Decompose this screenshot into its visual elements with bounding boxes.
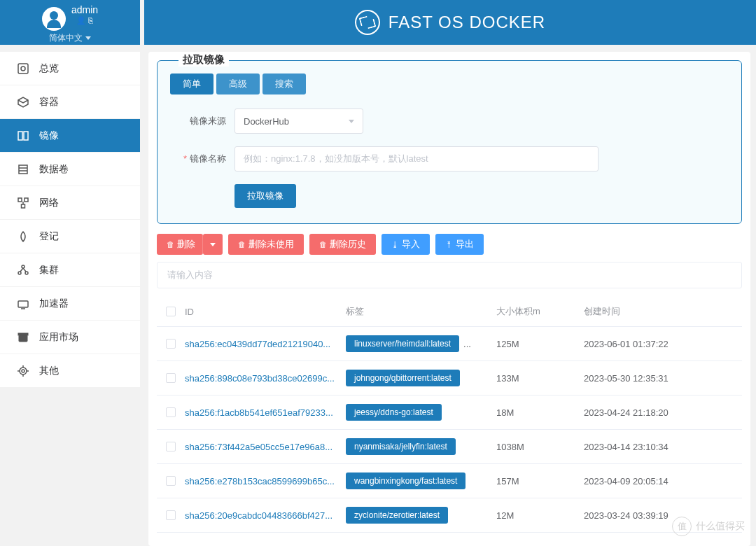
svg-point-12 — [18, 272, 21, 274]
avatar-icon — [42, 7, 66, 31]
sidebar-item-accelerator[interactable]: 加速器 — [0, 287, 140, 320]
tab-advanced[interactable]: 高级 — [216, 74, 260, 94]
overview-icon — [17, 62, 29, 75]
svg-point-20 — [20, 368, 27, 374]
table-row: sha256:73f442a5e05cc5e17e96a8...nyanmisa… — [157, 430, 742, 464]
row-checkbox[interactable] — [166, 510, 176, 520]
import-button[interactable]: ⭳导入 — [382, 234, 430, 255]
panel-tabs: 简单 高级 搜索 — [170, 74, 729, 94]
svg-rect-9 — [22, 204, 25, 208]
image-id-link[interactable]: sha256:f1acb8b541ef651eaf79233... — [185, 407, 346, 418]
row-checkbox[interactable] — [166, 442, 176, 451]
image-tag: johngong/qbittorrent:latest — [346, 370, 460, 386]
sidebar-item-overview[interactable]: 总览 — [0, 52, 140, 85]
delete-history-button[interactable]: 🗑删除历史 — [309, 234, 376, 255]
header-id: ID — [185, 307, 346, 317]
select-all-checkbox[interactable] — [166, 307, 176, 316]
delete-dropdown[interactable] — [203, 234, 223, 255]
row-checkbox[interactable] — [166, 339, 176, 349]
user-action-icons[interactable]: 👤 ⎘ — [71, 15, 98, 25]
market-icon — [17, 331, 29, 344]
sidebar-item-containers[interactable]: 容器 — [0, 85, 140, 118]
delete-button[interactable]: 🗑删除 — [157, 234, 203, 255]
trash-icon: 🗑 — [238, 240, 246, 248]
row-checkbox[interactable] — [166, 373, 176, 383]
image-size: 18M — [496, 407, 584, 418]
row-checkbox[interactable] — [166, 476, 176, 486]
images-table: ID 标签 大小体积m 创建时间 sha256:ec0439dd77ded212… — [157, 297, 742, 533]
table-header-row: ID 标签 大小体积m 创建时间 — [157, 297, 742, 327]
network-icon — [17, 197, 29, 209]
app-title: FAST OS DOCKER — [388, 13, 545, 32]
svg-rect-18 — [19, 335, 27, 342]
image-tag: jeessy/ddns-go:latest — [346, 404, 442, 421]
delete-unused-button[interactable]: 🗑删除未使用 — [228, 234, 304, 255]
svg-rect-0 — [18, 64, 28, 74]
svg-rect-19 — [18, 333, 28, 335]
sidebar-item-label: 加速器 — [39, 298, 69, 310]
sidebar-item-label: 登记 — [39, 230, 59, 243]
images-icon — [17, 130, 29, 142]
trash-icon: 🗑 — [319, 240, 327, 248]
accelerator-icon — [17, 298, 29, 310]
sidebar-item-images[interactable]: 镜像 — [0, 119, 140, 152]
cluster-icon — [17, 264, 29, 276]
image-size: 1038M — [496, 442, 584, 452]
sidebar-item-cluster[interactable]: 集群 — [0, 253, 140, 286]
language-switcher[interactable]: 简体中文 — [0, 32, 140, 44]
header-time: 创建时间 — [584, 305, 742, 318]
image-id-link[interactable]: sha256:20e9cabdc04483666bf427... — [185, 510, 346, 521]
logo-icon — [355, 10, 380, 35]
table-row: sha256:e278b153cac8599699b65c...wangbinx… — [157, 464, 742, 498]
sidebar: 总览 容器 镜像 数据卷 网络 登记 集群 加速器 应用市场 其他 — [0, 52, 140, 388]
pull-image-button[interactable]: 拉取镜像 — [234, 184, 296, 208]
search-input[interactable]: 请输入内容 — [157, 262, 742, 288]
app-header: FAST OS DOCKER — [144, 0, 756, 45]
image-tag: zyclonite/zerotier:latest — [346, 507, 448, 524]
image-size: 125M — [496, 339, 584, 349]
svg-rect-16 — [18, 301, 28, 307]
trash-icon: 🗑 — [167, 240, 174, 248]
row-checkbox[interactable] — [166, 407, 176, 417]
svg-rect-4 — [19, 165, 27, 174]
tab-simple[interactable]: 简单 — [170, 74, 214, 94]
tab-search[interactable]: 搜索 — [262, 74, 306, 94]
source-select[interactable]: DockerHub — [234, 108, 363, 134]
table-row: sha256:f1acb8b541ef651eaf79233...jeessy/… — [157, 396, 742, 430]
sidebar-item-registry[interactable]: 登记 — [0, 220, 140, 253]
sidebar-item-volumes[interactable]: 数据卷 — [0, 153, 140, 186]
image-id-link[interactable]: sha256:ec0439dd77ded21219040... — [185, 339, 346, 349]
table-row: sha256:ec0439dd77ded21219040...linuxserv… — [157, 327, 742, 361]
sidebar-item-label: 集群 — [39, 264, 59, 276]
image-id-link[interactable]: sha256:e278b153cac8599699b65c... — [185, 476, 346, 486]
image-id-link[interactable]: sha256:73f442a5e05cc5e17e96a8... — [185, 442, 346, 452]
pull-image-panel: 拉取镜像 简单 高级 搜索 镜像来源 DockerHub *镜像名称 例如：ng… — [157, 60, 742, 224]
image-size: 157M — [496, 476, 584, 486]
image-id-link[interactable]: sha256:898c08e793bd38ce02699c... — [185, 373, 346, 384]
svg-point-21 — [22, 370, 24, 372]
image-time: 2023-03-24 03:39:19 — [584, 510, 742, 521]
chevron-down-icon — [210, 243, 216, 246]
gear-icon — [17, 365, 29, 377]
upload-icon: ⭱ — [445, 240, 453, 248]
sidebar-item-market[interactable]: 应用市场 — [0, 321, 140, 354]
export-button[interactable]: ⭱导出 — [435, 234, 484, 255]
image-tag: nyanmisaka/jellyfin:latest — [346, 438, 456, 455]
sidebar-item-label: 镜像 — [39, 130, 59, 142]
sidebar-item-label: 其他 — [39, 365, 59, 377]
image-name-input[interactable]: 例如：nginx:1.7.8，如没加版本号，默认latest — [234, 146, 598, 172]
sidebar-item-networks[interactable]: 网络 — [0, 186, 140, 219]
more-tags[interactable]: ... — [463, 339, 471, 349]
image-tag: wangbinxingkong/fast:latest — [346, 472, 465, 489]
svg-rect-7 — [18, 198, 22, 202]
chevron-down-icon — [349, 120, 354, 123]
svg-point-13 — [25, 272, 28, 274]
sidebar-item-label: 数据卷 — [39, 163, 69, 176]
table-row: sha256:20e9cabdc04483666bf427...zyclonit… — [157, 498, 742, 533]
main-content: 拉取镜像 简单 高级 搜索 镜像来源 DockerHub *镜像名称 例如：ng… — [148, 52, 750, 546]
sidebar-item-other[interactable]: 其他 — [0, 354, 140, 387]
sidebar-item-label: 容器 — [39, 96, 59, 108]
user-name: admin — [71, 4, 98, 15]
container-icon — [17, 96, 29, 108]
svg-rect-8 — [24, 198, 28, 202]
